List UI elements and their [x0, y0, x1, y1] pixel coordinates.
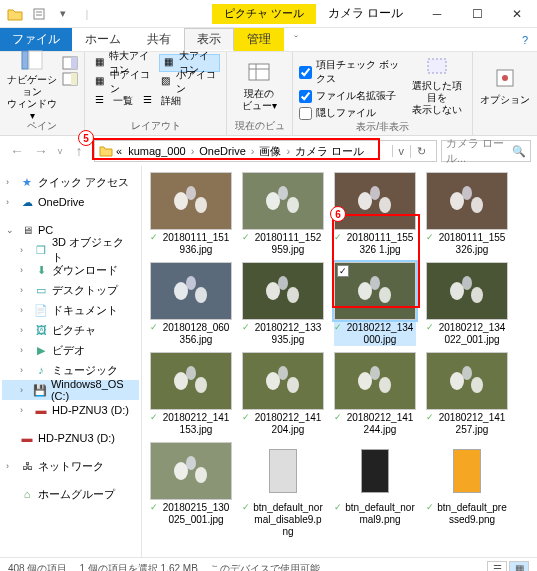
check-hidden[interactable]: 隠しファイル	[299, 106, 404, 120]
svg-point-34	[379, 287, 391, 303]
file-item[interactable]: ✓✓20180212_134000.jpg	[332, 262, 418, 346]
tree-item[interactable]: ›★クイック アクセス	[2, 172, 139, 192]
chevron-icon: ›	[20, 245, 30, 255]
ribbon-collapse-icon[interactable]: ˇ	[284, 28, 308, 51]
view-details-button[interactable]: ☰	[487, 561, 507, 572]
file-item[interactable]: ✓20180212_141204.jpg	[240, 352, 326, 436]
svg-point-28	[195, 287, 207, 303]
tree-item[interactable]: ›🖼ピクチャ	[2, 320, 139, 340]
options-button[interactable]: オプション	[479, 54, 531, 116]
file-item[interactable]: ✓20180215_130025_001.jpg	[148, 442, 234, 538]
check-extensions[interactable]: ファイル名拡張子	[299, 89, 404, 103]
tree-item[interactable]: ▬HD-PZNU3 (D:)	[2, 428, 139, 448]
file-item[interactable]: ✓btn_default_normal_disable9.png	[240, 442, 326, 538]
details-pane-icon[interactable]	[62, 72, 78, 86]
tree-item-label: ピクチャ	[52, 323, 96, 338]
refresh-button[interactable]: ↻	[410, 145, 432, 158]
tree-item[interactable]: ›▭デスクトップ	[2, 280, 139, 300]
tab-manage[interactable]: 管理	[234, 28, 284, 51]
file-name: ✓btn_default_normal9.png	[334, 500, 416, 526]
file-item[interactable]: ✓20180111_155326.jpg	[424, 172, 510, 256]
pane-small-buttons	[62, 54, 78, 86]
navigation-pane-button[interactable]: ナビゲーション ウィンドウ▾	[6, 54, 58, 116]
tab-view[interactable]: 表示	[184, 28, 234, 51]
file-item[interactable]: ✓btn_default_normal9.png	[332, 442, 418, 538]
search-icon: 🔍	[512, 145, 526, 158]
svg-point-40	[195, 377, 207, 393]
tree-item[interactable]: ›♪ミュージック	[2, 360, 139, 380]
file-name: ✓20180212_134022_001.jpg	[426, 320, 508, 346]
svg-point-23	[370, 186, 380, 200]
recent-dropdown[interactable]: v	[54, 140, 66, 162]
file-item[interactable]: ✓20180111_151936.jpg	[148, 172, 234, 256]
file-item[interactable]: ✓btn_default_pressed9.png	[424, 442, 510, 538]
hide-selected-button[interactable]: 選択した項目を 表示しない	[408, 54, 466, 116]
svg-point-41	[186, 366, 196, 380]
file-item[interactable]: ✓20180111_152959.jpg	[240, 172, 326, 256]
crumb-3[interactable]: カメラ ロール	[292, 144, 367, 159]
ribbon-group-layout: ▦特大アイコン ▦大アイコン ▦中アイコン ▨小アイコン ☰一覧 ☰詳細 レイア…	[85, 52, 227, 135]
options-icon	[491, 64, 519, 92]
star-icon: ★	[20, 175, 34, 189]
tab-home[interactable]: ホーム	[72, 28, 134, 51]
grid-icon: ▦	[95, 75, 106, 89]
crumb-1[interactable]: OneDrive	[196, 145, 248, 157]
crumb-2[interactable]: 画像	[256, 144, 284, 159]
file-item[interactable]: ✓20180212_141244.jpg	[332, 352, 418, 436]
check-item-checkboxes[interactable]: 項目チェック ボックス	[299, 58, 404, 86]
file-grid[interactable]: 6 ✓20180111_151936.jpg✓20180111_152959.j…	[142, 166, 537, 557]
tab-share[interactable]: 共有	[134, 28, 184, 51]
tree-item[interactable]: ›❒3D オブジェクト	[2, 240, 139, 260]
back-button[interactable]: ←	[6, 140, 28, 162]
crumb-0[interactable]: kumag_000	[125, 145, 189, 157]
tree-item[interactable]: ›▬HD-PZNU3 (D:)	[2, 400, 139, 420]
file-thumbnail	[242, 172, 324, 230]
chevron-icon: ›	[20, 365, 30, 375]
file-item[interactable]: ✓20180212_134022_001.jpg	[424, 262, 510, 346]
svg-point-49	[471, 377, 483, 393]
minimize-button[interactable]: ─	[417, 0, 457, 28]
preview-pane-icon[interactable]	[62, 56, 78, 70]
search-box[interactable]: カメラ ロール... 🔍	[441, 140, 531, 162]
tree-item-label: デスクトップ	[52, 283, 118, 298]
file-item[interactable]: ✓20180212_141257.jpg	[424, 352, 510, 436]
layout-details[interactable]: ☰詳細	[139, 92, 185, 110]
tree-item-label: 3D オブジェクト	[52, 235, 135, 265]
tree-item[interactable]: ⌂ホームグループ	[2, 484, 139, 504]
forward-button[interactable]: →	[30, 140, 52, 162]
layout-small[interactable]: ▨小アイコン	[157, 73, 221, 91]
svg-point-16	[195, 197, 207, 213]
breadcrumb[interactable]: « kumag_000› OneDrive› 画像› カメラ ロール v ↻	[94, 140, 437, 162]
svg-point-33	[358, 282, 372, 300]
file-item[interactable]: ✓20180212_133935.jpg	[240, 262, 326, 346]
file-item[interactable]: ✓20180128_060356.jpg	[148, 262, 234, 346]
checkbox-icon[interactable]: ✓	[337, 265, 349, 277]
current-view-button[interactable]: 現在の ビュー▾	[233, 54, 285, 116]
file-name: ✓20180212_141244.jpg	[334, 410, 416, 436]
close-button[interactable]: ✕	[497, 0, 537, 28]
tree-item[interactable]: ›▶ビデオ	[2, 340, 139, 360]
separator-icon: |	[76, 3, 98, 25]
view-thumbs-button[interactable]: ▦	[509, 561, 529, 572]
layout-list[interactable]: ☰一覧	[91, 92, 137, 110]
tree-item[interactable]: ›☁OneDrive	[2, 192, 139, 212]
nav-pane-label: ナビゲーション ウィンドウ▾	[6, 74, 58, 122]
maximize-button[interactable]: ☐	[457, 0, 497, 28]
properties-icon[interactable]	[28, 3, 50, 25]
window-controls: ─ ☐ ✕	[417, 0, 537, 28]
chevron-icon: ›	[6, 177, 16, 187]
address-dropdown-icon[interactable]: v	[392, 145, 411, 157]
svg-point-47	[370, 366, 380, 380]
tree-item[interactable]: ›💾Windows8_OS (C:)	[2, 380, 139, 400]
layout-medium[interactable]: ▦中アイコン	[91, 73, 155, 91]
showhide-checks: 項目チェック ボックス ファイル名拡張子 隠しファイル	[299, 54, 404, 120]
tree-item[interactable]: ›🖧ネットワーク	[2, 456, 139, 476]
qat-dropdown-icon[interactable]: ▾	[52, 3, 74, 25]
sync-icon: ✓	[150, 322, 158, 333]
tree-item[interactable]: ›📄ドキュメント	[2, 300, 139, 320]
help-button[interactable]: ?	[513, 28, 537, 51]
group-label-current: 現在のビュー	[233, 119, 286, 133]
file-name: ✓20180212_134000.jpg	[334, 320, 416, 346]
file-item[interactable]: ✓20180212_141153.jpg	[148, 352, 234, 436]
pic-icon: 🖼	[34, 323, 48, 337]
